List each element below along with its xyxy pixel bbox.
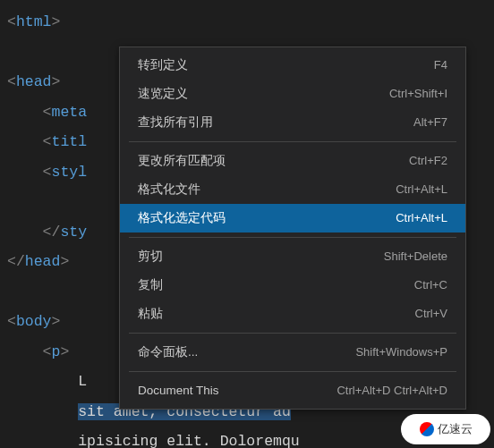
menu-format-document[interactable]: 格式化文件 Ctrl+Alt+L	[120, 175, 465, 204]
menu-separator	[129, 371, 456, 372]
menu-find-references[interactable]: 查找所有引用 Alt+F7	[120, 108, 465, 137]
menu-shortcut: Ctrl+Shift+I	[389, 85, 447, 103]
menu-label: 查找所有引用	[138, 114, 213, 131]
menu-document-this[interactable]: Document This Ctrl+Alt+D Ctrl+Alt+D	[120, 376, 465, 405]
menu-label: Document This	[138, 382, 219, 400]
menu-copy[interactable]: 复制 Ctrl+C	[120, 271, 465, 300]
menu-separator	[129, 141, 456, 142]
menu-label: 格式化文件	[138, 181, 200, 199]
menu-paste[interactable]: 粘贴 Ctrl+V	[120, 300, 465, 328]
menu-label: 格式化选定代码	[138, 209, 226, 227]
menu-label: 粘贴	[138, 305, 163, 323]
watermark-text: 亿速云	[438, 421, 473, 437]
menu-label: 剪切	[138, 248, 163, 266]
menu-shortcut: Ctrl+F2	[409, 152, 447, 170]
menu-shortcut: Ctrl+Alt+L	[396, 181, 447, 199]
context-menu: 转到定义 F4 速览定义 Ctrl+Shift+I 查找所有引用 Alt+F7 …	[119, 46, 466, 410]
menu-change-occurrences[interactable]: 更改所有匹配项 Ctrl+F2	[120, 147, 465, 175]
menu-shortcut: F4	[434, 56, 447, 74]
menu-format-selection[interactable]: 格式化选定代码 Ctrl+Alt+L	[120, 204, 465, 232]
menu-shortcut: Ctrl+Alt+L	[396, 209, 447, 227]
menu-shortcut: Ctrl+Alt+D Ctrl+Alt+D	[336, 382, 447, 400]
menu-label: 速览定义	[138, 85, 188, 103]
watermark-badge: 亿速云	[401, 414, 490, 444]
menu-peek-definition[interactable]: 速览定义 Ctrl+Shift+I	[120, 80, 465, 108]
menu-separator	[129, 333, 456, 334]
menu-goto-definition[interactable]: 转到定义 F4	[120, 51, 465, 80]
menu-shortcut: Alt+F7	[413, 114, 447, 131]
code-line: <html>	[7, 7, 494, 38]
menu-shortcut: Ctrl+V	[415, 305, 447, 323]
menu-label: 转到定义	[138, 56, 188, 74]
menu-shortcut: Shift+Windows+P	[355, 343, 447, 361]
menu-separator	[129, 237, 456, 238]
menu-label: 命令面板...	[138, 343, 198, 361]
menu-cut[interactable]: 剪切 Shift+Delete	[120, 242, 465, 271]
menu-command-palette[interactable]: 命令面板... Shift+Windows+P	[120, 338, 465, 367]
menu-shortcut: Ctrl+C	[414, 276, 447, 294]
menu-label: 更改所有匹配项	[138, 152, 226, 170]
menu-shortcut: Shift+Delete	[384, 248, 447, 266]
watermark-icon	[420, 422, 434, 436]
menu-label: 复制	[138, 276, 163, 294]
